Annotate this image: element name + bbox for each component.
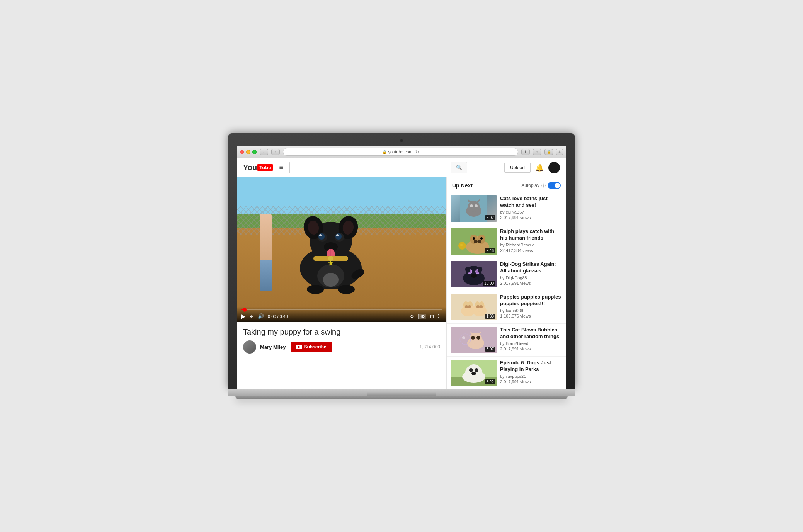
svg-point-11 (335, 233, 342, 240)
progress-bar-track[interactable] (241, 309, 442, 310)
volume-button[interactable]: 🔊 (258, 313, 264, 319)
sidebar-views-1: 2,017,991 views (500, 215, 562, 220)
theater-mode-button[interactable]: ⊡ (430, 314, 434, 319)
svg-point-20 (307, 285, 324, 294)
header-actions: Upload 🔔 (504, 162, 560, 173)
thumbnail-2: 2:46 (451, 228, 497, 255)
autoplay-info-icon: ⓘ (541, 183, 546, 189)
close-button[interactable] (240, 150, 244, 154)
settings-button[interactable]: ⚙ (410, 314, 414, 319)
svg-point-36 (478, 240, 481, 243)
duration-4: 1:33 (485, 314, 495, 319)
svg-point-40 (484, 237, 485, 238)
sidebar-details-5: This Cat Blows Bubbles and other random … (500, 327, 562, 353)
duration-3: 15:00 (483, 281, 495, 286)
svg-point-37 (473, 237, 475, 240)
subscribe-yt-icon (296, 345, 302, 349)
thumbnail-5: 3:07 (451, 327, 497, 353)
nav-forward-button[interactable]: › (271, 149, 280, 155)
sidebar-details-3: Digi-Dog Strikes Again: All about glasse… (500, 261, 562, 287)
sidebar-channel-4: by Ivana009 (500, 308, 562, 313)
youtube-page: You Tube ≡ 🔍 Upload 🔔 (237, 158, 566, 389)
laptop-foot (235, 396, 568, 399)
screen-frame: ‹ › 🔒 youtube.com ↻ ⬆ ⊞ 🔒 + (237, 146, 566, 389)
upload-button[interactable]: Upload (504, 163, 531, 173)
maximize-button[interactable] (252, 150, 257, 154)
user-avatar[interactable] (548, 162, 560, 173)
svg-point-2 (323, 273, 339, 287)
minimize-button[interactable] (246, 150, 250, 154)
svg-point-81 (469, 368, 473, 372)
svg-point-39 (480, 237, 483, 240)
svg-point-70 (471, 336, 475, 340)
up-next-label: Up Next (452, 182, 473, 189)
next-button[interactable]: ⏭ (249, 314, 254, 319)
progress-bar-fill (241, 309, 245, 310)
lock-button[interactable]: 🔒 (544, 149, 553, 155)
video-info: Taking my puppy for a swing Mary Miley (237, 322, 446, 359)
video-player: ▶ ⏭ 🔊 0:00 / 0:43 ⚙ HD (237, 177, 446, 322)
sidebar-video-item-4[interactable]: 1:33 Puppies puppies puppies puppies pup… (447, 291, 566, 324)
laptop-screen-bezel: ‹ › 🔒 youtube.com ↻ ⬆ ⊞ 🔒 + (228, 133, 575, 389)
channel-name[interactable]: Mary Miley (260, 344, 286, 350)
sidebar-title-4: Puppies puppies puppies puppies puppies!… (500, 294, 562, 307)
traffic-lights (240, 150, 257, 154)
sidebar-channel-6: by iluvpups21 (500, 374, 562, 379)
tube-badge: Tube (257, 164, 273, 171)
search-container: 🔍 (289, 162, 467, 173)
reload-icon[interactable]: ↻ (415, 150, 419, 155)
svg-point-28 (470, 204, 473, 207)
svg-point-58 (465, 305, 468, 308)
add-tab-button[interactable]: + (556, 149, 563, 155)
sidebar-video-item-1[interactable]: 6:07 Cats love baths just watch and see!… (447, 192, 566, 225)
youtube-logo[interactable]: You Tube (243, 163, 273, 172)
sidebar-channel-1: by eLiKaB67 (500, 210, 562, 214)
sidebar-video-item-3[interactable]: 15:00 Digi-Dog Strikes Again: All about … (447, 258, 566, 291)
video-title: Taking my puppy for a swing (243, 328, 440, 337)
share-button[interactable]: ⬆ (521, 149, 530, 155)
sidebar-video-item-6[interactable]: 8:22 Episode 6: Dogs Just Playing in Par… (447, 357, 566, 389)
svg-point-12 (319, 234, 322, 236)
duration-1: 6:07 (485, 215, 495, 220)
svg-point-21 (338, 285, 355, 294)
svg-point-29 (475, 204, 478, 207)
sidebar-title-3: Digi-Dog Strikes Again: All about glasse… (500, 261, 562, 274)
sidebar-title-5: This Cat Blows Bubbles and other random … (500, 327, 562, 340)
notification-bell-icon[interactable]: 🔔 (535, 163, 544, 172)
autoplay-toggle[interactable] (548, 182, 561, 189)
thumbnail-4: 1:33 (451, 294, 497, 320)
fullscreen-button[interactable]: ⛶ (438, 314, 442, 319)
address-bar[interactable]: 🔒 youtube.com ↻ (283, 148, 518, 156)
svg-point-66 (470, 306, 476, 312)
svg-point-83 (471, 372, 476, 375)
sidebar-video-item-2[interactable]: 2:46 Ralph plays catch with his human fr… (447, 225, 566, 258)
channel-avatar[interactable] (243, 340, 256, 354)
play-pause-button[interactable]: ▶ (241, 313, 245, 320)
sidebar-title-2: Ralph plays catch with his human friends (500, 228, 562, 241)
hamburger-menu-button[interactable]: ≡ (277, 162, 285, 173)
autoplay-label: Autoplay (521, 183, 539, 188)
sidebar-views-5: 2,017,991 views (500, 347, 562, 351)
player-controls-overlay: ▶ ⏭ 🔊 0:00 / 0:43 ⚙ HD (237, 307, 446, 322)
nav-back-button[interactable]: ‹ (260, 149, 268, 155)
search-button[interactable]: 🔍 (451, 162, 467, 173)
main-content: ▶ ⏭ 🔊 0:00 / 0:43 ⚙ HD (237, 177, 566, 389)
svg-point-13 (336, 234, 339, 236)
view-count: 1,314,000 (420, 344, 440, 350)
svg-point-50 (471, 274, 477, 278)
sidebar-title-1: Cats love baths just watch and see! (500, 195, 562, 209)
url-text: youtube.com (388, 150, 413, 154)
channel-row: Mary Miley Subscribe 1,314,000 (243, 340, 440, 354)
reading-list-button[interactable]: ⊞ (533, 149, 541, 155)
sidebar-video-item-5[interactable]: 3:07 This Cat Blows Bubbles and other ra… (447, 324, 566, 357)
sidebar-channel-5: by Born2Breed (500, 341, 562, 346)
title-bar: ‹ › 🔒 youtube.com ↻ ⬆ ⊞ 🔒 + (240, 148, 563, 156)
search-input[interactable] (289, 162, 451, 173)
subscribe-button[interactable]: Subscribe (291, 342, 332, 352)
sidebar-channel-3: by Digi-Dog88 (500, 275, 562, 280)
svg-point-71 (476, 336, 480, 340)
sidebar: Up Next Autoplay ⓘ (446, 177, 566, 389)
sidebar-channel-2: by RichardRescue (500, 243, 562, 247)
sidebar-video-list: 6:07 Cats love baths just watch and see!… (447, 192, 566, 389)
video-section: ▶ ⏭ 🔊 0:00 / 0:43 ⚙ HD (237, 177, 446, 389)
